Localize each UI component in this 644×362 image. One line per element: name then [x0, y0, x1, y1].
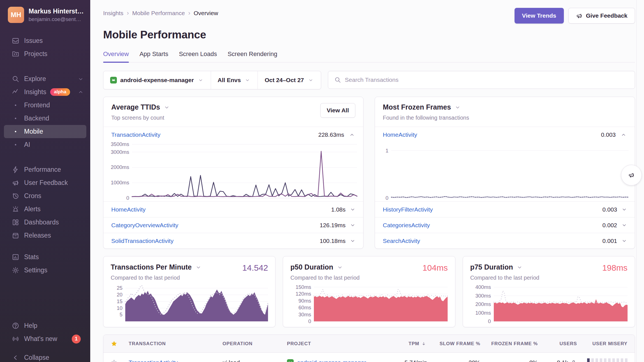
col-operation[interactable]: OPERATION: [223, 341, 287, 347]
star-outline-icon[interactable]: [111, 359, 117, 362]
chevron-down-icon[interactable]: [163, 105, 170, 110]
col-frozen-frame[interactable]: FROZEN FRAME %: [480, 341, 538, 347]
star-icon[interactable]: [111, 340, 117, 347]
col-slow-frame[interactable]: SLOW FRAME %: [427, 341, 480, 347]
floating-feedback-button[interactable]: [621, 165, 642, 185]
chevron-down-icon[interactable]: [622, 207, 627, 212]
table-header-row: TRANSACTION OPERATION PROJECT TPM SLOW F…: [103, 335, 635, 353]
android-project-icon: [287, 358, 294, 362]
sidebar-item-explore[interactable]: Explore: [4, 72, 86, 85]
misery-segment: [608, 358, 611, 362]
transaction-link[interactable]: HistoryFilterActivity: [383, 206, 433, 213]
transaction-row: HistoryFilterActivity0.003: [375, 201, 635, 217]
sidebar-item-frontend[interactable]: Frontend: [4, 99, 86, 112]
project-selector[interactable]: android-expense-manager: [103, 71, 211, 89]
sidebar-item-settings[interactable]: Settings: [4, 264, 86, 277]
megaphone-icon: [7, 179, 24, 187]
chevron-down-icon[interactable]: [195, 264, 202, 270]
sidebar-item-label: Stats: [24, 253, 39, 261]
chevron-down-icon[interactable]: [350, 222, 355, 228]
col-tpm-sorted[interactable]: TPM: [385, 341, 427, 347]
tab-screen-loads[interactable]: Screen Loads: [179, 50, 217, 62]
col-user-misery[interactable]: USER MISERY: [577, 341, 627, 347]
breadcrumb-separator: ›: [188, 10, 190, 17]
transaction-link[interactable]: HomeActivity: [383, 131, 417, 138]
chevron-down-icon: [78, 76, 84, 82]
sidebar-item-mobile[interactable]: Mobile: [4, 125, 86, 138]
sidebar-item-dashboards[interactable]: Dashboards: [4, 216, 86, 229]
breadcrumb-item: Overview: [194, 10, 218, 17]
transaction-row: HomeActivity1.08s: [103, 201, 363, 217]
chevron-down-icon[interactable]: [454, 105, 461, 110]
view-all-button[interactable]: View All: [320, 103, 355, 118]
transaction-value: 0.002: [602, 222, 617, 229]
col-users[interactable]: USERS: [538, 341, 577, 347]
y-axis-tick: 30ms: [298, 312, 311, 318]
sidebar: MH Markus Hinterst… benjamin.coe@sent… I…: [0, 0, 90, 362]
tab-app-starts[interactable]: App Starts: [140, 50, 168, 62]
tpm-cell: 5.74/min: [385, 359, 427, 362]
transaction-link[interactable]: CategoriesActivity: [383, 222, 430, 229]
breadcrumb-item[interactable]: Mobile Performance: [132, 10, 185, 17]
transaction-link[interactable]: TransactionActivity: [111, 131, 160, 138]
chevron-down-icon[interactable]: [622, 238, 627, 243]
sidebar-item-stats[interactable]: Stats: [4, 250, 86, 264]
chevron-down-icon[interactable]: [350, 207, 355, 212]
sidebar-item-label: Explore: [24, 75, 46, 83]
tpm-chart: 252015105: [111, 286, 268, 321]
avatar: MH: [8, 7, 24, 23]
transaction-link[interactable]: HomeActivity: [111, 206, 146, 213]
tab-overview[interactable]: Overview: [103, 50, 129, 62]
sidebar-item-label: Insights: [24, 88, 46, 96]
breadcrumb-item[interactable]: Insights: [103, 10, 123, 17]
y-axis-tick: 3000ms: [111, 149, 129, 155]
search-transactions-input[interactable]: [345, 76, 629, 83]
chevron-down-icon[interactable]: [337, 264, 343, 270]
bullet-icon: [7, 118, 24, 119]
alerts-icon: [7, 205, 24, 213]
col-transaction[interactable]: TRANSACTION: [129, 341, 223, 347]
sidebar-item-user-feedback[interactable]: User Feedback: [4, 176, 86, 189]
chevron-up-icon[interactable]: [349, 132, 355, 138]
sidebar-item-backend[interactable]: Backend: [4, 112, 86, 125]
chevron-down-icon[interactable]: [516, 264, 523, 270]
y-axis-tick: 150ms: [296, 284, 311, 290]
sidebar-item-what-s-new[interactable]: What's new1: [4, 332, 86, 345]
sidebar-item-insights[interactable]: Insightsalpha: [4, 85, 86, 99]
col-project[interactable]: PROJECT: [287, 341, 385, 347]
sidebar-item-issues[interactable]: Issues: [4, 34, 86, 47]
sidebar-item-releases[interactable]: Releases: [4, 229, 86, 242]
chevron-down-icon[interactable]: [350, 238, 355, 243]
user-icon: [570, 359, 577, 362]
project-selector-label: android-expense-manager: [120, 77, 194, 83]
transaction-link[interactable]: CategoryOverviewActivity: [111, 222, 178, 229]
sidebar-item-alerts[interactable]: Alerts: [4, 203, 86, 216]
transaction-row: CategoriesActivity0.002: [375, 217, 635, 233]
give-feedback-button[interactable]: Give Feedback: [568, 8, 635, 24]
panel-title: p50 Duration: [290, 263, 333, 271]
chevron-down-icon[interactable]: [622, 222, 627, 228]
tab-screen-rendering[interactable]: Screen Rendering: [228, 50, 277, 62]
sidebar-item-crons[interactable]: Crons: [4, 189, 86, 203]
transaction-link[interactable]: SearchActivity: [383, 238, 420, 244]
expanded-transaction-row: HomeActivity 0.003: [375, 127, 635, 139]
sidebar-item-help[interactable]: Help: [4, 319, 86, 332]
sidebar-item-projects[interactable]: Projects: [4, 47, 86, 61]
user-menu[interactable]: MH Markus Hinterst… benjamin.coe@sent…: [0, 0, 90, 26]
sidebar-item-performance[interactable]: Performance: [4, 163, 86, 176]
settings-icon: [7, 266, 24, 274]
y-axis-tick: 60ms: [298, 305, 311, 311]
page-filter-bar: android-expense-manager All Envs Oct 24–…: [103, 71, 321, 89]
view-trends-button[interactable]: View Trends: [515, 8, 564, 24]
date-range-selector[interactable]: Oct 24–Oct 27: [258, 71, 321, 89]
transaction-link[interactable]: SolidTransactionActivity: [111, 238, 173, 244]
environment-selector[interactable]: All Envs: [211, 71, 258, 89]
sidebar-item-collapse[interactable]: Collapse: [4, 351, 86, 362]
sidebar-item-label: Issues: [24, 37, 43, 45]
y-axis-tick: 1: [386, 148, 388, 154]
project-link[interactable]: android-expense-manager: [297, 359, 366, 362]
sidebar-item-ai[interactable]: AI: [4, 138, 86, 151]
transaction-link[interactable]: TransactionActivity: [129, 359, 223, 362]
p75-value: 198ms: [602, 263, 627, 273]
chevron-up-icon[interactable]: [620, 132, 627, 138]
